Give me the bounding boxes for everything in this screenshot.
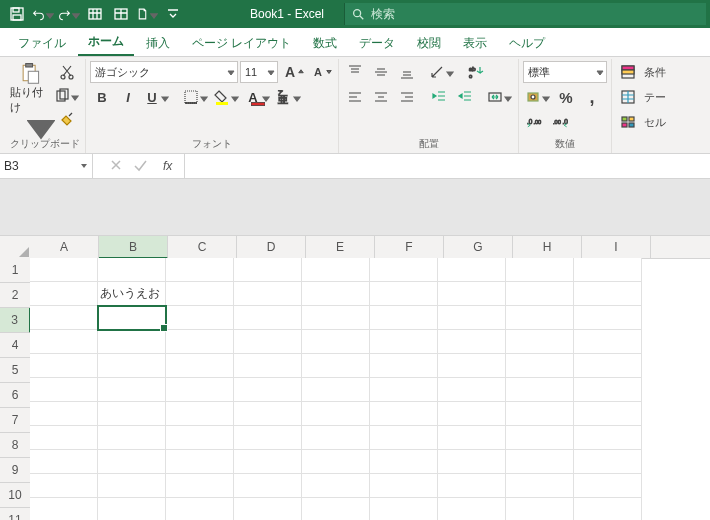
cell-E7[interactable]: [302, 402, 370, 426]
cell-A1[interactable]: [30, 258, 98, 282]
cell-H8[interactable]: [506, 426, 574, 450]
column-header-C[interactable]: C: [168, 236, 237, 258]
cell-A3[interactable]: [30, 306, 98, 330]
cell-C5[interactable]: [166, 354, 234, 378]
cell-E6[interactable]: [302, 378, 370, 402]
column-header-G[interactable]: G: [444, 236, 513, 258]
row-header-5[interactable]: 5: [0, 358, 30, 383]
cell-B3[interactable]: [98, 306, 166, 330]
cell-D8[interactable]: [234, 426, 302, 450]
cell-C10[interactable]: [166, 474, 234, 498]
cell-C3[interactable]: [166, 306, 234, 330]
row-header-11[interactable]: 11: [0, 508, 30, 520]
cell-G2[interactable]: [438, 282, 506, 306]
column-header-F[interactable]: F: [375, 236, 444, 258]
cell-C11[interactable]: [166, 498, 234, 520]
increase-decimal-button[interactable]: .0.00: [523, 111, 547, 133]
cell-C6[interactable]: [166, 378, 234, 402]
column-header-D[interactable]: D: [237, 236, 306, 258]
cell-F1[interactable]: [370, 258, 438, 282]
cell-G6[interactable]: [438, 378, 506, 402]
cell-D10[interactable]: [234, 474, 302, 498]
cell-I11[interactable]: [574, 498, 642, 520]
font-size-combo[interactable]: 11: [240, 61, 278, 83]
row-header-1[interactable]: 1: [0, 258, 30, 283]
wrap-text-button[interactable]: abc: [464, 61, 488, 83]
cell-G4[interactable]: [438, 330, 506, 354]
cell-H9[interactable]: [506, 450, 574, 474]
paste-button[interactable]: 貼り付け: [8, 61, 52, 125]
column-header-H[interactable]: H: [513, 236, 582, 258]
row-header-2[interactable]: 2: [0, 283, 30, 308]
cell-E4[interactable]: [302, 330, 370, 354]
align-middle-button[interactable]: [369, 61, 393, 83]
cell-E9[interactable]: [302, 450, 370, 474]
cell-H11[interactable]: [506, 498, 574, 520]
cell-I8[interactable]: [574, 426, 642, 450]
cell-G11[interactable]: [438, 498, 506, 520]
cell-G9[interactable]: [438, 450, 506, 474]
cell-B8[interactable]: [98, 426, 166, 450]
cell-I7[interactable]: [574, 402, 642, 426]
cell-F8[interactable]: [370, 426, 438, 450]
name-box[interactable]: B3: [0, 154, 93, 178]
cell-F2[interactable]: [370, 282, 438, 306]
row-header-7[interactable]: 7: [0, 408, 30, 433]
cell-E5[interactable]: [302, 354, 370, 378]
tab-insert[interactable]: 挿入: [136, 30, 180, 56]
cell-D3[interactable]: [234, 306, 302, 330]
cell-H2[interactable]: [506, 282, 574, 306]
cell-A4[interactable]: [30, 330, 98, 354]
cell-styles-button[interactable]: [616, 111, 640, 133]
cell-E2[interactable]: [302, 282, 370, 306]
cell-B10[interactable]: [98, 474, 166, 498]
cell-B9[interactable]: [98, 450, 166, 474]
cell-I4[interactable]: [574, 330, 642, 354]
row-header-9[interactable]: 9: [0, 458, 30, 483]
number-format-combo[interactable]: 標準: [523, 61, 607, 83]
cell-E10[interactable]: [302, 474, 370, 498]
qat-customize-button[interactable]: [162, 3, 184, 25]
cell-D7[interactable]: [234, 402, 302, 426]
align-center-button[interactable]: [369, 86, 393, 108]
cell-F9[interactable]: [370, 450, 438, 474]
cell-E3[interactable]: [302, 306, 370, 330]
increase-font-button[interactable]: A: [280, 61, 306, 83]
cell-D2[interactable]: [234, 282, 302, 306]
cell-D6[interactable]: [234, 378, 302, 402]
row-header-6[interactable]: 6: [0, 383, 30, 408]
row-header-3[interactable]: 3: [0, 308, 31, 333]
cell-F5[interactable]: [370, 354, 438, 378]
decrease-decimal-button[interactable]: .00.0: [549, 111, 573, 133]
decrease-indent-button[interactable]: [427, 86, 451, 108]
select-all-corner[interactable]: [0, 236, 31, 259]
cell-G1[interactable]: [438, 258, 506, 282]
cancel-formula-button[interactable]: [109, 158, 123, 175]
expanded-formula-area[interactable]: [0, 179, 710, 236]
cell-D9[interactable]: [234, 450, 302, 474]
format-table-button[interactable]: [616, 86, 640, 108]
cell-E11[interactable]: [302, 498, 370, 520]
tab-page-layout[interactable]: ページ レイアウト: [182, 30, 301, 56]
qat-redo-button[interactable]: [58, 3, 80, 25]
cell-E1[interactable]: [302, 258, 370, 282]
cell-A2[interactable]: [30, 282, 98, 306]
cell-C7[interactable]: [166, 402, 234, 426]
cell-G7[interactable]: [438, 402, 506, 426]
orientation-button[interactable]: [427, 61, 456, 83]
cell-C8[interactable]: [166, 426, 234, 450]
cell-H10[interactable]: [506, 474, 574, 498]
cell-B5[interactable]: [98, 354, 166, 378]
cell-A10[interactable]: [30, 474, 98, 498]
qat-button-2[interactable]: [110, 3, 132, 25]
formula-input[interactable]: [185, 154, 710, 178]
cell-C1[interactable]: [166, 258, 234, 282]
qat-button-1[interactable]: [84, 3, 106, 25]
copy-button[interactable]: [52, 85, 81, 107]
cell-G10[interactable]: [438, 474, 506, 498]
align-bottom-button[interactable]: [395, 61, 419, 83]
cell-D5[interactable]: [234, 354, 302, 378]
qat-new-button[interactable]: [136, 3, 158, 25]
comma-button[interactable]: ,: [580, 86, 604, 108]
cell-A9[interactable]: [30, 450, 98, 474]
